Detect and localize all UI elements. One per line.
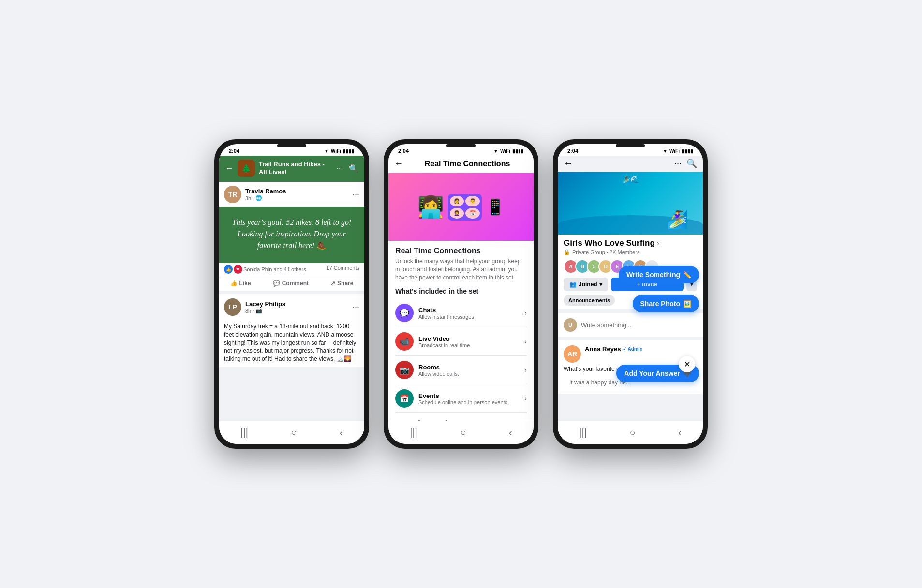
more-button-1[interactable]: ··· <box>337 164 343 173</box>
comments-count: 17 Comments <box>327 265 359 274</box>
chats-icon: 💬 <box>395 304 414 322</box>
nav-menu-3[interactable]: ||| <box>574 425 592 440</box>
post1-avatar: TR <box>224 186 241 203</box>
back-button-1[interactable]: ← <box>225 163 234 174</box>
nav-home-1[interactable]: ○ <box>286 425 301 440</box>
more-button-3[interactable]: ··· <box>674 158 682 168</box>
chats-text: Chats Allow instant messages. <box>418 307 524 320</box>
rooms-text: Rooms Allow video calls. <box>418 364 524 377</box>
group-title-1: Trail Runs and Hikes - All Lives! <box>259 161 333 176</box>
feature-banner: 👩‍💻 👩 👨 👩‍🦱 📅 📱 <box>388 173 534 241</box>
like-button[interactable]: 👍 Like <box>225 277 256 290</box>
write-tooltip-label: Write Something <box>626 271 680 279</box>
lock-icon: 🔒 <box>564 249 570 255</box>
events-name: Events <box>418 392 524 399</box>
post1-author-name: Travis Ramos <box>245 188 348 195</box>
checkmark-icon: ✓ <box>623 346 626 352</box>
chats-arrow: › <box>524 309 527 317</box>
post1-green-bg: This year's goal: 52 hikes. 8 left to go… <box>219 207 364 263</box>
feature-live-video[interactable]: 📹 Live Video Broadcast in real time. › <box>395 327 527 356</box>
phone-notch-3 <box>616 144 645 147</box>
chats-name: Chats <box>418 307 524 314</box>
rooms-icon: 📷 <box>395 361 414 379</box>
group-chevron: › <box>657 239 659 247</box>
events-arrow: › <box>524 395 527 402</box>
close-button[interactable]: ✕ <box>679 356 695 372</box>
live-video-desc: Broadcast in real time. <box>418 342 524 348</box>
phone1-header: ← 🌲 Trail Runs and Hikes - All Lives! ··… <box>219 156 364 182</box>
live-video-icon: 📹 <box>395 332 414 351</box>
phone2-title: Real Time Connections <box>407 160 528 168</box>
back-button-2[interactable]: ← <box>394 159 403 169</box>
post1-actions: 👍 Like 💬 Comment ↗ Share <box>219 276 364 291</box>
joined-button[interactable]: 👥 Joined ▾ <box>564 278 608 291</box>
tooltip-share[interactable]: Share Photo 🖼️ <box>633 295 699 312</box>
search-button-3[interactable]: 🔍 <box>686 158 697 169</box>
comment-icon: 💬 <box>273 280 280 287</box>
tooltip-write[interactable]: Write Something ✏️ <box>619 266 699 283</box>
post1-reactions: 👍 ❤ Sonida Phin and 41 others 17 Comment… <box>219 263 364 276</box>
nav-back-1[interactable]: ‹ <box>335 425 348 440</box>
chats-desc: Allow instant messages. <box>418 314 524 320</box>
post1-text: This year's goal: 52 hikes. 8 left to go… <box>227 217 357 251</box>
time-1: 2:04 <box>229 148 239 154</box>
phone3-header: ← ··· 🔍 <box>558 156 703 172</box>
events-text: Events Schedule online and in-person eve… <box>418 392 524 405</box>
phone1-content: TR Travis Ramos 3h · 🌐 ··· This year's g… <box>219 182 364 421</box>
section-title-2: Real Time Connections <box>395 247 527 255</box>
phone-notch-2 <box>446 144 476 147</box>
rooms-desc: Allow video calls. <box>418 371 524 377</box>
feature-events[interactable]: 📅 Events Schedule online and in-person e… <box>395 384 527 413</box>
nav-menu-1[interactable]: ||| <box>236 425 253 440</box>
close-icon: ✕ <box>684 360 690 369</box>
write-tooltip-icon: ✏️ <box>683 271 691 279</box>
post2-time: 8h · 📷 <box>245 308 348 314</box>
live-video-arrow: › <box>524 338 527 345</box>
share-tooltip-icon: 🖼️ <box>683 300 691 308</box>
header-actions-1: ··· 🔍 <box>337 164 358 173</box>
rooms-name: Rooms <box>418 364 524 371</box>
feature-rooms[interactable]: 📷 Rooms Allow video calls. › <box>395 356 527 384</box>
surf-figure: 🏄‍♀️ <box>667 209 688 230</box>
share-icon: ↗ <box>330 280 335 287</box>
nav-home-2[interactable]: ○ <box>455 425 471 440</box>
events-icon: 📅 <box>395 389 414 408</box>
live-video-text: Live Video Broadcast in real time. <box>418 335 524 348</box>
post1-menu[interactable]: ··· <box>352 190 359 200</box>
post2-menu[interactable]: ··· <box>352 302 359 312</box>
receive-section: Receive new features Be among the first … <box>395 413 527 421</box>
nav-home-3[interactable]: ○ <box>625 425 640 440</box>
events-desc: Schedule online and in-person events. <box>418 399 524 405</box>
post1-time: 3h · 🌐 <box>245 195 348 201</box>
nav-back-2[interactable]: ‹ <box>504 425 517 440</box>
share-tooltip-label: Share Photo <box>640 300 680 308</box>
post2-header: LP Lacey Philips 8h · 📷 ··· <box>219 294 364 320</box>
feature-chats[interactable]: 💬 Chats Allow instant messages. › <box>395 299 527 327</box>
post-card-author: Anna Reyes <box>585 345 621 353</box>
banner-figure-2: 📱 <box>486 198 505 216</box>
bottom-nav-3: ||| ○ ‹ <box>558 421 703 444</box>
comment-button[interactable]: 💬 Comment <box>268 277 313 290</box>
bottom-nav-2: ||| ○ ‹ <box>388 421 534 444</box>
banner-figure: 👩‍💻 <box>417 194 444 220</box>
announcements-tab[interactable]: Announcements <box>564 295 615 306</box>
section-content-2: Real Time Connections Unlock the many wa… <box>388 241 534 421</box>
post-2: LP Lacey Philips 8h · 📷 ··· My Saturday … <box>219 294 364 367</box>
write-box: U Write something... <box>558 313 703 337</box>
phone2-content: 👩‍💻 👩 👨 👩‍🦱 📅 📱 Real Time Connections Un… <box>388 173 534 421</box>
reaction-icons: 👍 ❤ Sonida Phin and 41 others <box>224 265 306 274</box>
phone3-content: 🏄‍♀️🌊 🏄‍♀️ Girls Who Love Surfing › 🔒 Pr… <box>558 172 703 421</box>
nav-back-3[interactable]: ‹ <box>673 425 686 440</box>
answer-tooltip-label: Add Your Answer <box>624 369 680 377</box>
back-button-3[interactable]: ← <box>564 158 573 169</box>
nav-menu-2[interactable]: ||| <box>405 425 422 440</box>
post-1: TR Travis Ramos 3h · 🌐 ··· This year's g… <box>219 182 364 291</box>
people-icon: 👥 <box>569 281 577 288</box>
post1-header: TR Travis Ramos 3h · 🌐 ··· <box>219 182 364 207</box>
share-button[interactable]: ↗ Share <box>326 277 358 290</box>
rooms-arrow: › <box>524 366 527 374</box>
search-button-1[interactable]: 🔍 <box>349 164 358 173</box>
post2-author-name: Lacey Philips <box>245 300 348 308</box>
phone-3: 2:04 ▼ WiFi ▮▮▮▮ ← ··· 🔍 🏄‍♀️🌊 🏄‍♀️ <box>553 139 708 449</box>
write-placeholder[interactable]: Write something... <box>581 322 697 329</box>
